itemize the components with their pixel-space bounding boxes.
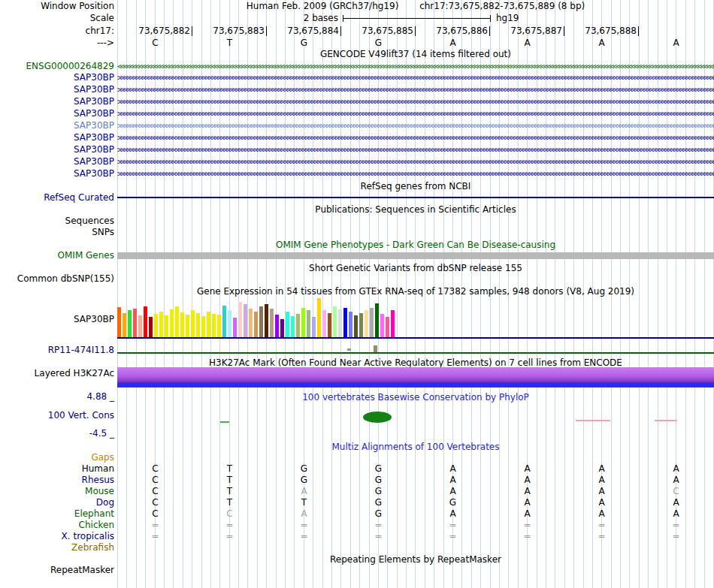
gtex-bar[interactable]	[386, 317, 389, 337]
gtex-bar[interactable]	[249, 309, 253, 337]
gene-label-sap30bp[interactable]: SAP30BP	[0, 132, 114, 143]
gtex-bar[interactable]	[201, 316, 205, 337]
rp11-label[interactable]: RP11-474I11.8	[0, 345, 114, 356]
coordinate: 73,675,883	[192, 26, 267, 36]
gtex-bar[interactable]	[370, 308, 374, 337]
alignment-base: C	[192, 508, 267, 520]
gtex-bar[interactable]	[312, 317, 316, 337]
gtex-bar[interactable]	[186, 315, 189, 337]
gtex-bar[interactable]	[270, 309, 274, 337]
gtex-bar[interactable]	[296, 314, 300, 337]
sequences-label[interactable]: Sequences	[0, 216, 114, 227]
gtex-bar[interactable]	[191, 310, 195, 337]
conservation-track-label[interactable]: 100 Vert. Cons	[0, 410, 114, 421]
sequence-base: G	[341, 38, 416, 49]
gtex-bar[interactable]	[180, 312, 184, 337]
gene-line-sap30bp[interactable]: >>>>>>>>>>>>>>>>>>>>>>>>>>>>>>>>>>>>>>>>…	[117, 86, 714, 95]
gene-line-sap30bp[interactable]: >>>>>>>>>>>>>>>>>>>>>>>>>>>>>>>>>>>>>>>>…	[117, 158, 714, 167]
gtex-bar[interactable]	[280, 319, 284, 337]
snps-label[interactable]: SNPs	[0, 227, 114, 238]
gtex-bar[interactable]	[154, 314, 158, 337]
gene-line-sap30bp[interactable]: >>>>>>>>>>>>>>>>>>>>>>>>>>>>>>>>>>>>>>>>…	[117, 146, 714, 155]
gtex-bar[interactable]	[123, 313, 126, 337]
gtex-bar[interactable]	[354, 315, 358, 337]
gene-line-sap30bp[interactable]: >>>>>>>>>>>>>>>>>>>>>>>>>>>>>>>>>>>>>>>>…	[117, 170, 714, 179]
gene-line-sap30bp[interactable]: >>>>>>>>>>>>>>>>>>>>>>>>>>>>>>>>>>>>>>>>…	[117, 74, 714, 83]
gtex-bar[interactable]	[259, 306, 263, 337]
gene-label-sap30bp[interactable]: SAP30BP	[0, 156, 114, 167]
gtex-bar[interactable]	[196, 313, 200, 337]
gtex-bar[interactable]	[238, 302, 242, 337]
conservation-min-label: -4.5 _	[0, 428, 114, 439]
gtex-bar[interactable]	[144, 306, 147, 337]
coordinate: 73,675,887	[490, 26, 564, 36]
omim-genes-bar[interactable]	[117, 252, 714, 259]
gtex-bar[interactable]	[149, 317, 153, 337]
gtex-bar[interactable]	[244, 304, 247, 337]
alignment-base: =	[416, 531, 490, 542]
gene-line-ensg[interactable]: <<<<<<<<<<<<<<<<<<<<<<<<<<<<<<<<<<<<<<<<…	[117, 62, 714, 71]
gtex-bar[interactable]	[380, 314, 384, 337]
dbsnp-label[interactable]: Common dbSNP(155)	[0, 273, 114, 285]
repeatmasker-label[interactable]: RepeatMasker	[0, 565, 114, 576]
alignment-base: A	[416, 463, 490, 475]
gtex-bar[interactable]	[359, 313, 363, 337]
gtex-baseline[interactable]	[117, 337, 714, 339]
gene-label-sap30bp[interactable]: SAP30BP	[0, 72, 114, 83]
gtex-gene-label[interactable]: SAP30BP	[0, 314, 114, 325]
gtex-bar[interactable]	[165, 315, 168, 337]
refseq-curated-label[interactable]: RefSeq Curated	[0, 192, 114, 204]
gtex-bar[interactable]	[301, 308, 305, 337]
gtex-bar[interactable]	[291, 316, 295, 337]
gtex-bar[interactable]	[307, 310, 310, 337]
gtex-bar[interactable]	[175, 306, 179, 337]
gtex-bar[interactable]	[275, 315, 279, 337]
gtex-bar[interactable]	[375, 303, 379, 337]
rp11-line[interactable]	[117, 352, 714, 354]
gaps-label[interactable]: Gaps	[0, 452, 114, 463]
gene-label-sap30bp[interactable]: SAP30BP	[0, 120, 114, 131]
gtex-bar[interactable]	[343, 308, 347, 337]
gtex-bar[interactable]	[212, 314, 216, 337]
refseq-curated-line[interactable]	[117, 197, 714, 198]
omim-genes-label[interactable]: OMIM Genes	[0, 250, 114, 261]
gtex-bar[interactable]	[286, 312, 289, 337]
gene-label-sap30bp[interactable]: SAP30BP	[0, 168, 114, 179]
gene-line-sap30bp[interactable]: >>>>>>>>>>>>>>>>>>>>>>>>>>>>>>>>>>>>>>>>…	[117, 110, 714, 119]
gtex-bar[interactable]	[328, 313, 331, 337]
gtex-bar[interactable]	[391, 310, 395, 337]
gtex-bar[interactable]	[338, 309, 342, 337]
gtex-bar[interactable]	[265, 304, 268, 337]
gtex-bar[interactable]	[365, 310, 368, 337]
gtex-bar[interactable]	[333, 306, 337, 337]
gtex-bar[interactable]	[159, 312, 163, 337]
gene-label-sap30bp[interactable]: SAP30BP	[0, 144, 114, 155]
gtex-bar[interactable]	[217, 315, 221, 337]
gene-line-sap30bp[interactable]: >>>>>>>>>>>>>>>>>>>>>>>>>>>>>>>>>>>>>>>>…	[117, 134, 714, 143]
assembly-title: Human Feb. 2009 (GRCh37/hg19)	[247, 1, 399, 11]
gtex-bar[interactable]	[222, 306, 226, 337]
alignment-base: C	[118, 463, 192, 475]
h3k27ac-signal-blue[interactable]	[117, 383, 714, 387]
alignment-base: A	[416, 475, 490, 486]
gtex-bar[interactable]	[349, 312, 352, 337]
gtex-bar[interactable]	[117, 307, 121, 337]
gene-label-sap30bp[interactable]: SAP30BP	[0, 96, 114, 107]
h3k27ac-label[interactable]: Layered H3K27Ac	[0, 368, 114, 379]
gene-label-ensg[interactable]: ENSG00000264829	[0, 61, 114, 72]
h3k27ac-signal[interactable]	[117, 367, 714, 383]
gtex-bar[interactable]	[128, 310, 132, 337]
gtex-bar[interactable]	[254, 312, 258, 337]
gtex-bar[interactable]	[133, 309, 137, 337]
gtex-bar[interactable]	[317, 298, 321, 337]
gtex-bar[interactable]	[233, 318, 237, 337]
gtex-bar[interactable]	[170, 309, 174, 337]
gtex-bar[interactable]	[207, 312, 210, 337]
gene-line-sap30bp[interactable]: >>>>>>>>>>>>>>>>>>>>>>>>>>>>>>>>>>>>>>>>…	[117, 122, 714, 131]
gene-label-sap30bp[interactable]: SAP30BP	[0, 84, 114, 95]
gtex-bar[interactable]	[228, 310, 231, 337]
gtex-bar[interactable]	[138, 315, 142, 337]
gtex-bar[interactable]	[322, 310, 326, 337]
gene-label-sap30bp[interactable]: SAP30BP	[0, 108, 114, 119]
gene-line-sap30bp[interactable]: >>>>>>>>>>>>>>>>>>>>>>>>>>>>>>>>>>>>>>>>…	[117, 98, 714, 107]
